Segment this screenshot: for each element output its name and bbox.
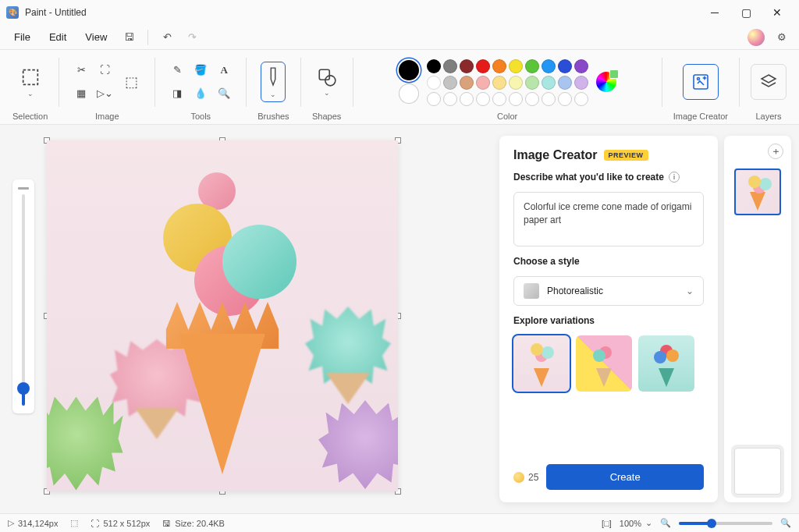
eyedropper-icon[interactable]: 💧 bbox=[190, 83, 211, 105]
color-swatch[interactable] bbox=[542, 59, 556, 73]
color-swatch-empty[interactable] bbox=[492, 92, 506, 106]
color-swatch-empty[interactable] bbox=[476, 92, 490, 106]
secondary-color[interactable] bbox=[399, 83, 419, 104]
close-button[interactable]: ✕ bbox=[762, 0, 793, 25]
color-swatch[interactable] bbox=[574, 76, 588, 90]
menu-edit[interactable]: Edit bbox=[41, 28, 74, 46]
zoom-level[interactable]: 100% ⌄ bbox=[620, 518, 652, 528]
fill-icon[interactable]: 🪣 bbox=[190, 59, 211, 81]
color-swatch[interactable] bbox=[492, 76, 506, 90]
zoom-out-icon[interactable]: 🔍 bbox=[660, 518, 671, 528]
style-thumb-icon bbox=[524, 283, 539, 299]
main-area: Image Creator PREVIEW Describe what you'… bbox=[0, 125, 799, 513]
menu-view[interactable]: View bbox=[77, 28, 115, 46]
color-swatch-empty[interactable] bbox=[427, 92, 441, 106]
selection-tool[interactable]: ⌄ bbox=[15, 65, 46, 99]
color-swatch[interactable] bbox=[509, 59, 523, 73]
zoom-icon[interactable]: 🔍 bbox=[213, 83, 235, 105]
group-label: Brushes bbox=[257, 110, 289, 124]
crop-icon[interactable]: ✂ bbox=[70, 59, 92, 81]
undo-icon[interactable]: ↶ bbox=[156, 27, 178, 48]
color-swatch[interactable] bbox=[542, 76, 556, 90]
variation-2[interactable] bbox=[576, 335, 632, 392]
separator bbox=[147, 30, 148, 45]
edit-colors-icon[interactable] bbox=[596, 72, 616, 92]
color-swatch[interactable] bbox=[509, 76, 523, 90]
color-swatch-empty[interactable] bbox=[542, 92, 556, 106]
ai-select-icon[interactable]: ⬚ bbox=[119, 66, 144, 98]
resize-icon[interactable]: ⛶ bbox=[94, 59, 115, 81]
layers-button[interactable] bbox=[751, 64, 787, 100]
color-swatch[interactable] bbox=[476, 59, 490, 73]
minimize-button[interactable]: ─ bbox=[699, 0, 730, 25]
chevron-down-icon: ⌄ bbox=[686, 286, 694, 296]
zoom-in-icon[interactable]: 🔍 bbox=[780, 518, 791, 528]
canvas[interactable] bbox=[47, 140, 398, 491]
prompt-input[interactable]: Colorful ice creme cone made of origami … bbox=[513, 192, 704, 246]
pencil-icon[interactable]: ✎ bbox=[166, 59, 188, 81]
rotate-icon[interactable]: ▷⌄ bbox=[94, 83, 115, 105]
group-label: Color bbox=[497, 110, 517, 124]
color-swatch[interactable] bbox=[460, 59, 474, 73]
layer-thumb-1[interactable] bbox=[734, 168, 781, 215]
svg-point-2 bbox=[325, 75, 335, 85]
slider-max-icon bbox=[18, 187, 29, 190]
shapes-button[interactable]: ⌄ bbox=[312, 66, 342, 98]
text-icon[interactable]: A bbox=[213, 59, 235, 81]
color-swatch-empty[interactable] bbox=[460, 92, 474, 106]
info-icon[interactable]: i bbox=[669, 172, 680, 183]
eraser-icon[interactable]: ◨ bbox=[166, 83, 188, 105]
group-label: Shapes bbox=[312, 110, 341, 124]
variations-label: Explore variations bbox=[513, 315, 704, 326]
status-bar: ▷ 314,124px ⬚ ⛶ 512 x 512px 🖫 Size: 20.4… bbox=[0, 513, 799, 532]
add-layer-button[interactable]: ＋ bbox=[768, 144, 783, 159]
maximize-button[interactable]: ▢ bbox=[730, 0, 762, 25]
brushes-button[interactable]: ⌄ bbox=[261, 62, 286, 102]
create-button[interactable]: Create bbox=[546, 464, 704, 490]
canvas-area bbox=[0, 125, 498, 513]
color-swatch-empty[interactable] bbox=[443, 92, 457, 106]
app-icon: 🎨 bbox=[6, 6, 19, 19]
layer-thumb-bg[interactable] bbox=[734, 448, 781, 495]
user-avatar[interactable] bbox=[748, 29, 765, 46]
fit-screen-icon[interactable]: [□] bbox=[602, 519, 612, 528]
color-swatch[interactable] bbox=[427, 76, 441, 90]
settings-icon[interactable]: ⚙ bbox=[771, 27, 793, 48]
color-swatch-empty[interactable] bbox=[525, 92, 539, 106]
group-label: Selection bbox=[12, 110, 48, 124]
save-icon[interactable]: 🖫 bbox=[118, 27, 140, 48]
group-label: Layers bbox=[755, 110, 781, 124]
color-swatch[interactable] bbox=[492, 59, 506, 73]
credits-count: 25 bbox=[513, 472, 538, 483]
primary-color[interactable] bbox=[399, 60, 419, 80]
color-swatch-empty[interactable] bbox=[558, 92, 572, 106]
redo-icon[interactable]: ↷ bbox=[181, 27, 203, 48]
color-swatch[interactable] bbox=[443, 59, 457, 73]
color-swatch[interactable] bbox=[443, 76, 457, 90]
variation-1[interactable] bbox=[513, 335, 570, 392]
image-creator-button[interactable] bbox=[683, 64, 719, 100]
color-swatch[interactable] bbox=[525, 76, 539, 90]
color-swatch[interactable] bbox=[476, 76, 490, 90]
selection-size-icon: ⬚ bbox=[70, 518, 78, 528]
style-dropdown[interactable]: Photorealistic ⌄ bbox=[513, 276, 704, 306]
color-swatch[interactable] bbox=[427, 59, 441, 73]
svg-point-4 bbox=[697, 77, 699, 80]
group-color: Color bbox=[361, 53, 654, 124]
color-swatch[interactable] bbox=[558, 76, 572, 90]
color-swatch-empty[interactable] bbox=[574, 92, 588, 106]
menu-file[interactable]: File bbox=[6, 28, 38, 46]
color-swatch[interactable] bbox=[574, 59, 588, 73]
panel-title: Image Creator bbox=[513, 148, 598, 162]
color-swatch[interactable] bbox=[525, 59, 539, 73]
variation-3[interactable] bbox=[638, 335, 694, 392]
color-swatch-empty[interactable] bbox=[509, 92, 523, 106]
zoom-slider[interactable] bbox=[679, 522, 772, 525]
group-shapes: ⌄ Shapes bbox=[309, 53, 345, 124]
style-label: Choose a style bbox=[513, 256, 704, 267]
brush-size-slider[interactable] bbox=[12, 179, 34, 413]
color-swatch[interactable] bbox=[558, 59, 572, 73]
color-swatch[interactable] bbox=[460, 76, 474, 90]
canvas-selection[interactable] bbox=[47, 140, 398, 491]
select-all-icon[interactable]: ▦ bbox=[70, 83, 92, 105]
